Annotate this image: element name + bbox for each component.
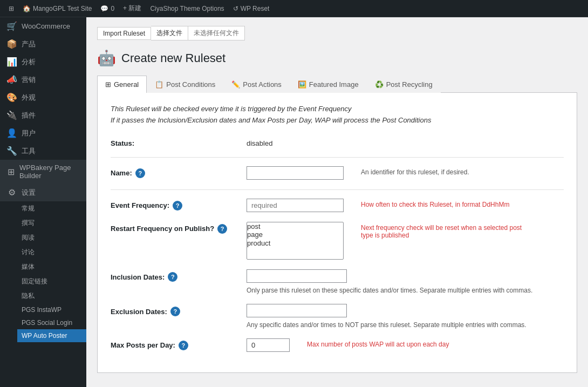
sidebar-sub-wp-auto-poster[interactable]: WP Auto Poster (17, 329, 86, 342)
wp-reset-item[interactable]: ↺ WP Reset (229, 0, 274, 17)
sidebar-settings-label: 设置 (22, 188, 36, 198)
comments-icon: 💬 (100, 5, 108, 12)
restart-opt-product[interactable]: product (247, 239, 343, 248)
import-bar: Import Ruleset 选择文件 未选择任何文件 (97, 26, 577, 40)
status-value: disabled (247, 137, 564, 147)
sidebar-item-analytics[interactable]: 📊 分析 (0, 53, 86, 71)
sidebar-settings-submenu: 常规 撰写 阅读 讨论 媒体 固定链接 隐私 (0, 201, 86, 342)
tab-post-actions[interactable]: ✏️ Post Actions (223, 76, 290, 93)
tools-icon: 🔧 (6, 146, 17, 156)
sidebar-sub-pgs-instawp-label: PGS InstaWP (22, 306, 61, 314)
sidebar-products-label: 产品 (22, 39, 36, 49)
max-posts-row: Max Posts per Day: ? Max number of posts… (111, 338, 564, 352)
name-help-icon[interactable]: ? (135, 168, 145, 178)
event-freq-input[interactable] (247, 199, 344, 212)
tab-post-conditions-icon: 📋 (155, 80, 163, 89)
sidebar-item-wpbakery[interactable]: ⊞ WPBakery Page Builder (0, 160, 86, 184)
theme-options-item[interactable]: CiyaShop Theme Options (146, 0, 228, 17)
event-freq-label: Event Frequency: (111, 201, 169, 209)
event-freq-hint: How often to check this Ruleset, in form… (361, 199, 509, 208)
max-posts-help-icon[interactable]: ? (179, 341, 188, 350)
page-header: 🤖 Create new Ruleset (97, 49, 577, 67)
tab-featured-image[interactable]: 🖼️ Featured Image (290, 76, 367, 93)
exclusion-dates-input[interactable] (247, 304, 347, 317)
sidebar-item-woocommerce[interactable]: 🛒 WooCommerce (0, 17, 86, 35)
site-name-item[interactable]: 🏠 MangoGPL Test Site (18, 0, 96, 17)
sidebar-item-marketing[interactable]: 📣 营销 (0, 71, 86, 89)
sidebar-sub-discussion-label: 讨论 (22, 248, 35, 257)
restart-freq-select[interactable]: post page product (247, 222, 344, 260)
sidebar-tools-label: 工具 (22, 146, 36, 156)
divider-2 (111, 189, 564, 190)
restart-freq-help-icon[interactable]: ? (217, 224, 227, 234)
sidebar-item-products[interactable]: 📦 产品 (0, 35, 86, 53)
comments-item[interactable]: 💬 0 (96, 0, 119, 17)
sidebar-analytics-label: 分析 (22, 57, 36, 67)
max-posts-hint: Max number of posts WAP will act upon ea… (307, 338, 449, 348)
sidebar-sub-media[interactable]: 媒体 (17, 260, 86, 274)
name-label: Name: (111, 169, 132, 177)
sidebar-item-users[interactable]: 👤 用户 (0, 124, 86, 142)
comments-count: 0 (111, 5, 114, 12)
tab-post-actions-icon: ✏️ (231, 80, 240, 89)
sidebar-sub-pgs-social[interactable]: PGS Social Login (17, 316, 86, 329)
sidebar-sub-privacy-label: 隐私 (22, 291, 35, 301)
theme-options-label: CiyaShop Theme Options (150, 5, 224, 12)
sidebar-item-tools[interactable]: 🔧 工具 (0, 142, 86, 160)
exclusion-dates-help-icon[interactable]: ? (170, 307, 180, 316)
sidebar-sub-pgs-social-label: PGS Social Login (22, 319, 72, 327)
event-freq-help-icon[interactable]: ? (173, 201, 182, 211)
divider-1 (111, 157, 564, 158)
page-title: Create new Ruleset (121, 51, 225, 65)
max-posts-input[interactable] (247, 338, 290, 352)
sidebar-wpbakery-label: WPBakery Page Builder (19, 164, 80, 180)
wp-logo-item[interactable]: ⊞ (4, 0, 18, 17)
tab-post-conditions[interactable]: 📋 Post Conditions (147, 76, 223, 93)
choose-file-label[interactable]: 选择文件 (151, 26, 188, 40)
inclusion-dates-input[interactable] (247, 269, 347, 283)
sidebar-users-label: 用户 (22, 128, 36, 138)
woocommerce-icon: 🛒 (6, 21, 17, 31)
sidebar-sub-reading[interactable]: 阅读 (17, 230, 86, 245)
desc-line1: This Ruleset will be checked every time … (111, 105, 352, 113)
main-content: Import Ruleset 选择文件 未选择任何文件 🤖 Create new… (86, 17, 588, 387)
sidebar-sub-general[interactable]: 常规 (17, 201, 86, 216)
restart-opt-page[interactable]: page (247, 230, 343, 239)
marketing-icon: 📣 (6, 74, 17, 85)
plugins-icon: 🔌 (6, 110, 17, 120)
sidebar-woocommerce-label: WooCommerce (22, 22, 70, 30)
sidebar-sub-pgs-instawp[interactable]: PGS InstaWP (17, 303, 86, 316)
tab-post-recycling[interactable]: ♻️ Post Recycling (367, 76, 441, 93)
sidebar-sub-discussion[interactable]: 讨论 (17, 245, 86, 260)
users-icon: 👤 (6, 128, 17, 138)
restart-freq-label: Restart Frequency on Publish? (111, 225, 214, 233)
new-item[interactable]: + 新建 (119, 0, 146, 17)
tab-general[interactable]: ⊞ General (97, 76, 147, 93)
tab-featured-image-label: Featured Image (309, 80, 359, 89)
wp-reset-label: WP Reset (241, 5, 270, 12)
max-posts-label: Max Posts per Day: (111, 341, 175, 349)
ruleset-icon: 🤖 (97, 49, 116, 67)
name-input[interactable] (247, 166, 344, 180)
tab-general-label: General (114, 80, 139, 89)
inclusion-dates-help-icon[interactable]: ? (168, 272, 177, 282)
sidebar-sub-permalinks[interactable]: 固定链接 (17, 274, 86, 289)
inclusion-dates-hint: Only parse this ruleset on these specifi… (247, 287, 532, 294)
restart-freq-row: Restart Frequency on Publish? ? post pag… (111, 222, 564, 260)
sidebar-sub-reading-label: 阅读 (22, 233, 35, 242)
products-icon: 📦 (6, 39, 17, 49)
wp-logo-icon: ⊞ (9, 5, 14, 12)
reset-icon: ↺ (233, 5, 238, 12)
sidebar-sub-general-label: 常规 (22, 204, 35, 213)
event-freq-row: Event Frequency: ? How often to check th… (111, 199, 564, 212)
sidebar-item-plugins[interactable]: 🔌 插件 (0, 106, 86, 124)
sidebar-sub-writing[interactable]: 撰写 (17, 216, 86, 230)
name-hint: An identifier for this ruleset, if desir… (361, 166, 469, 176)
exclusion-dates-label: Exclusion Dates: (111, 308, 167, 316)
import-ruleset-button[interactable]: Import Ruleset (97, 27, 151, 40)
restart-opt-post[interactable]: post (247, 222, 343, 231)
sidebar-item-settings[interactable]: ⚙ 设置 (0, 184, 86, 201)
inclusion-dates-row: Inclusion Dates: ? Only parse this rules… (111, 269, 564, 294)
sidebar-item-appearance[interactable]: 🎨 外观 (0, 89, 86, 106)
sidebar-sub-privacy[interactable]: 隐私 (17, 289, 86, 303)
